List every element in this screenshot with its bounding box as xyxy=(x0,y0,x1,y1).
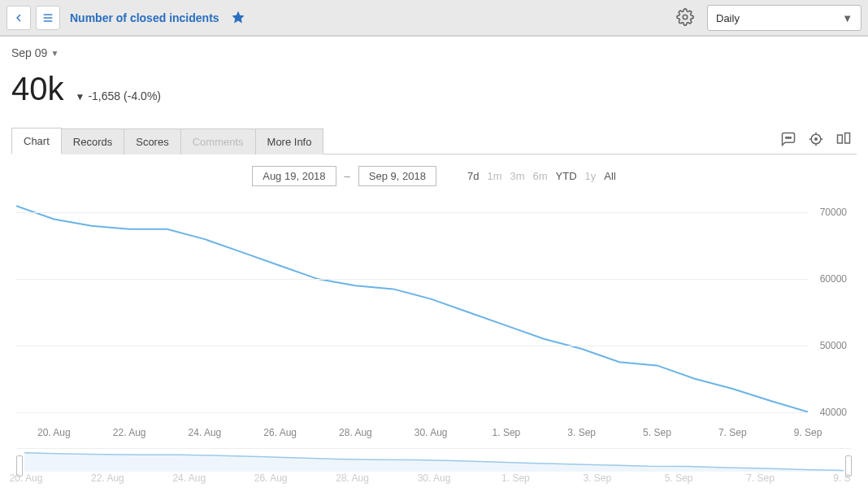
y-axis-tick: 70000 xyxy=(820,207,847,218)
x-axis-tick: 9. Sep xyxy=(794,427,822,438)
overview-x-tick: 7. Sep xyxy=(746,472,775,484)
tab-chart[interactable]: Chart xyxy=(11,128,62,155)
metric-delta: ▼ -1,658 (-4.0%) xyxy=(76,89,162,102)
y-axis-tick: 40000 xyxy=(820,407,847,418)
overview-x-tick: 22. Aug xyxy=(91,472,124,484)
range-preset-ytd[interactable]: YTD xyxy=(556,170,577,182)
x-axis-tick: 3. Sep xyxy=(567,427,596,438)
range-separator: – xyxy=(345,170,350,182)
tab-scores[interactable]: Scores xyxy=(124,128,180,155)
x-axis-tick: 5. Sep xyxy=(643,427,671,438)
overview-x-tick: 9. S xyxy=(833,472,850,484)
svg-marker-3 xyxy=(232,11,244,23)
svg-point-13 xyxy=(815,138,818,141)
x-axis-tick: 30. Aug xyxy=(414,427,448,438)
caret-down-icon: ▼ xyxy=(842,12,853,24)
range-preset-6m: 6m xyxy=(533,170,548,182)
range-preset-1y: 1y xyxy=(585,170,597,182)
range-preset-7d[interactable]: 7d xyxy=(467,170,479,182)
range-presets: 7d1m3m6mYTD1yAll xyxy=(467,170,616,182)
overview-x-tick: 20. Aug xyxy=(10,472,43,484)
trend-down-icon: ▼ xyxy=(76,91,85,102)
svg-point-6 xyxy=(788,137,789,139)
frequency-select[interactable]: Daily ▼ xyxy=(707,5,861,31)
target-icon[interactable] xyxy=(808,131,824,150)
range-start-input[interactable]: Aug 19, 2018 xyxy=(252,166,336,186)
tabs: ChartRecordsScoresCommentsMore Info xyxy=(11,127,857,155)
y-axis-tick: 50000 xyxy=(820,340,847,351)
svg-rect-15 xyxy=(845,133,850,144)
overview-x-tick: 3. Sep xyxy=(583,472,611,484)
svg-point-5 xyxy=(786,137,788,139)
date-selector[interactable]: Sep 09 ▼ xyxy=(11,46,59,59)
menu-button[interactable] xyxy=(36,6,60,30)
x-axis-tick: 1. Sep xyxy=(493,427,521,438)
compare-panels-icon[interactable] xyxy=(835,131,852,150)
frequency-value: Daily xyxy=(716,12,740,24)
caret-down-icon: ▼ xyxy=(50,49,59,58)
range-preset-3m: 3m xyxy=(510,170,524,182)
x-axis-tick: 24. Aug xyxy=(189,427,222,438)
overview-x-tick: 30. Aug xyxy=(418,472,451,484)
tab-records[interactable]: Records xyxy=(62,128,124,155)
selected-date: Sep 09 xyxy=(11,46,47,59)
svg-rect-14 xyxy=(838,135,843,143)
overview-x-tick: 24. Aug xyxy=(172,472,206,484)
comments-icon[interactable] xyxy=(780,131,796,150)
tab-comments: Comments xyxy=(181,128,256,155)
settings-gear-icon[interactable] xyxy=(676,8,694,28)
x-axis-tick: 26. Aug xyxy=(263,427,297,438)
x-axis-tick: 20. Aug xyxy=(37,427,71,438)
range-preset-all[interactable]: All xyxy=(604,170,615,182)
overview-x-tick: 1. Sep xyxy=(501,472,530,484)
main-chart[interactable]: 20. Aug22. Aug24. Aug26. Aug28. Aug30. A… xyxy=(16,199,852,443)
range-preset-1m: 1m xyxy=(487,170,501,182)
overview-x-tick: 5. Sep xyxy=(665,472,693,484)
overview-chart[interactable]: 20. Aug22. Aug24. Aug26. Aug28. Aug30. A… xyxy=(16,448,852,485)
x-axis-tick: 22. Aug xyxy=(113,427,146,438)
favorite-star-icon[interactable] xyxy=(231,10,245,27)
svg-point-7 xyxy=(790,137,792,139)
range-end-input[interactable]: Sep 9, 2018 xyxy=(358,166,436,186)
overview-x-tick: 28. Aug xyxy=(336,472,369,484)
y-axis-tick: 60000 xyxy=(820,273,847,285)
tab-more-info[interactable]: More Info xyxy=(256,128,324,155)
x-axis-tick: 28. Aug xyxy=(339,427,372,438)
svg-point-4 xyxy=(683,15,688,20)
page-title-link[interactable]: Number of closed incidents xyxy=(70,11,219,24)
metric-value: 40k xyxy=(11,71,64,107)
x-axis-tick: 7. Sep xyxy=(718,427,747,438)
overview-x-tick: 26. Aug xyxy=(254,472,288,484)
back-button[interactable] xyxy=(7,6,31,30)
